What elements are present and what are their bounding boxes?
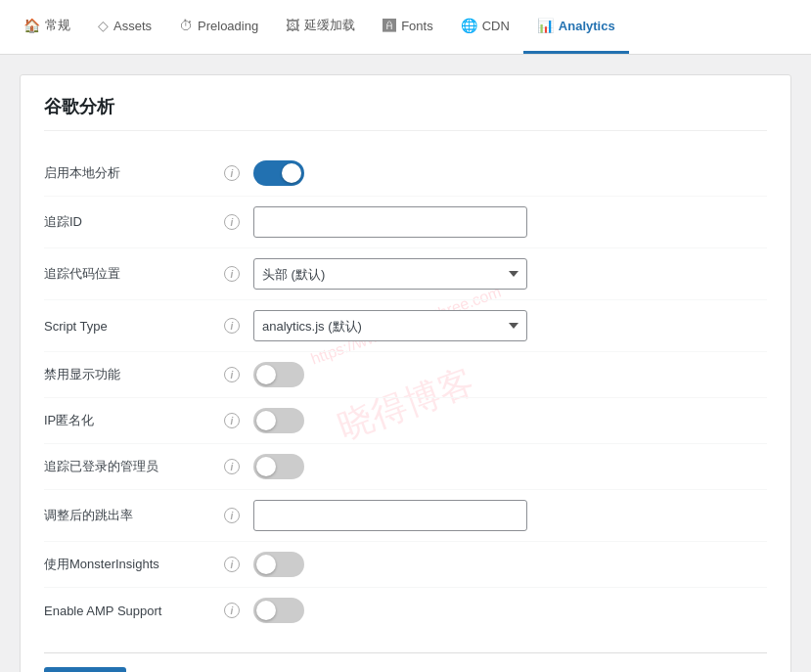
tab-icon-lazy-load: 🖼 [286, 18, 299, 33]
main-content: 谷歌分析 https://www.pythonthree.com 晓得博客 启用… [0, 55, 811, 672]
toggle-amp-support[interactable] [253, 598, 767, 623]
form-row-track-admin: 追踪已登录的管理员i [44, 444, 767, 490]
tab-assets[interactable]: ◇Assets [84, 0, 165, 54]
tab-label-fonts: Fonts [401, 19, 433, 33]
help-icon-monster-insights[interactable]: i [224, 557, 240, 572]
toggle-track-amp-support [253, 598, 304, 623]
toggle-track-local-analytics [253, 160, 304, 186]
form-row-tracking-position: 追踪代码位置i头部 (默认)底部 [44, 248, 767, 300]
toggle-thumb-track-admin [256, 457, 276, 476]
control-area-monster-insights [253, 552, 767, 577]
tab-general[interactable]: 🏠常规 [10, 0, 84, 54]
toggle-track-track-admin [253, 454, 304, 479]
tab-label-preloading: Preloading [198, 19, 258, 33]
toggle-monster-insights[interactable] [253, 552, 767, 577]
tab-icon-analytics: 📊 [537, 18, 554, 33]
control-area-ip-anonymize [253, 408, 767, 433]
toggle-ip-anonymize[interactable] [253, 408, 767, 433]
help-icon-amp-support[interactable]: i [224, 603, 240, 618]
control-area-local-analytics [253, 160, 767, 186]
control-area-amp-support [253, 598, 767, 623]
input-tracking-id[interactable] [253, 206, 527, 238]
field-label-tracking-position: 追踪代码位置 [44, 265, 220, 283]
tab-icon-general: 🏠 [23, 18, 40, 33]
input-adjusted-bounce[interactable] [253, 500, 527, 531]
form-row-amp-support: Enable AMP Supporti [44, 588, 767, 633]
field-label-local-analytics: 启用本地分析 [44, 164, 220, 182]
help-icon-script-type[interactable]: i [224, 318, 240, 334]
help-icon-adjusted-bounce[interactable]: i [224, 508, 240, 523]
help-icon-local-analytics[interactable]: i [224, 165, 240, 181]
control-area-script-type: analytics.js (默认)gtag.jsgtm.js [253, 310, 767, 341]
field-label-adjusted-bounce: 调整后的跳出率 [44, 507, 220, 524]
section-title: 谷歌分析 [44, 95, 767, 131]
toggle-track-admin[interactable] [253, 454, 767, 479]
toggle-disable-display[interactable] [253, 362, 767, 387]
tab-label-lazy-load: 延缓加载 [304, 17, 355, 34]
tab-analytics[interactable]: 📊Analytics [523, 0, 629, 54]
control-area-track-admin [253, 454, 767, 479]
tab-icon-preloading: ⏱ [179, 18, 193, 33]
toggle-thumb-amp-support [256, 601, 276, 620]
tab-cdn[interactable]: 🌐CDN [447, 0, 523, 54]
control-area-tracking-position: 头部 (默认)底部 [253, 258, 767, 290]
toggle-thumb-monster-insights [256, 555, 276, 574]
control-area-adjusted-bounce [253, 500, 767, 531]
tab-preloading[interactable]: ⏱Preloading [165, 0, 272, 54]
tab-icon-cdn: 🌐 [461, 18, 477, 33]
form-row-script-type: Script Typeianalytics.js (默认)gtag.jsgtm.… [44, 300, 767, 352]
toggle-thumb-local-analytics [282, 163, 301, 183]
save-btn-area: 保存更改 [44, 652, 767, 672]
help-icon-ip-anonymize[interactable]: i [224, 413, 240, 428]
select-tracking-position[interactable]: 头部 (默认)底部 [253, 258, 527, 290]
help-icon-track-admin[interactable]: i [224, 459, 240, 474]
toggle-thumb-disable-display [256, 365, 276, 384]
tab-label-analytics: Analytics [559, 19, 615, 33]
help-icon-tracking-position[interactable]: i [224, 266, 240, 282]
field-label-script-type: Script Type [44, 319, 220, 334]
control-area-tracking-id [253, 206, 767, 238]
field-label-monster-insights: 使用MonsterInsights [44, 556, 220, 573]
tab-icon-fonts: 🅰 [383, 18, 396, 33]
tab-label-general: 常规 [45, 17, 70, 34]
toggle-thumb-ip-anonymize [256, 411, 276, 430]
help-icon-tracking-id[interactable]: i [224, 214, 240, 230]
form-row-tracking-id: 追踪IDi [44, 197, 767, 248]
toggle-local-analytics[interactable] [253, 160, 767, 186]
form-row-local-analytics: 启用本地分析i [44, 151, 767, 197]
tab-lazy-load[interactable]: 🖼延缓加载 [272, 0, 369, 54]
form-row-monster-insights: 使用MonsterInsightsi [44, 542, 767, 588]
field-label-amp-support: Enable AMP Support [44, 604, 220, 618]
toggle-track-disable-display [253, 362, 304, 387]
field-label-ip-anonymize: IP匿名化 [44, 412, 220, 429]
tab-icon-assets: ◇ [98, 18, 109, 33]
tab-fonts[interactable]: 🅰Fonts [369, 0, 447, 54]
form-row-disable-display: 禁用显示功能i [44, 352, 767, 398]
control-area-disable-display [253, 362, 767, 387]
toggle-track-ip-anonymize [253, 408, 304, 433]
section-card: 谷歌分析 https://www.pythonthree.com 晓得博客 启用… [20, 74, 791, 672]
form-row-adjusted-bounce: 调整后的跳出率i [44, 490, 767, 542]
page-wrapper: 🏠常规◇Assets⏱Preloading🖼延缓加载🅰Fonts🌐CDN📊Ana… [0, 0, 811, 672]
tab-label-cdn: CDN [482, 19, 510, 33]
form-rows: 启用本地分析i追踪IDi追踪代码位置i头部 (默认)底部Script Typei… [44, 151, 767, 633]
toggle-track-monster-insights [253, 552, 304, 577]
field-label-tracking-id: 追踪ID [44, 213, 220, 231]
select-script-type[interactable]: analytics.js (默认)gtag.jsgtm.js [253, 310, 527, 341]
tab-bar: 🏠常规◇Assets⏱Preloading🖼延缓加载🅰Fonts🌐CDN📊Ana… [0, 0, 811, 55]
tab-label-assets: Assets [113, 19, 152, 33]
help-icon-disable-display[interactable]: i [224, 367, 240, 382]
form-row-ip-anonymize: IP匿名化i [44, 398, 767, 444]
field-label-disable-display: 禁用显示功能 [44, 366, 220, 383]
field-label-track-admin: 追踪已登录的管理员 [44, 458, 220, 475]
save-button[interactable]: 保存更改 [44, 667, 126, 672]
